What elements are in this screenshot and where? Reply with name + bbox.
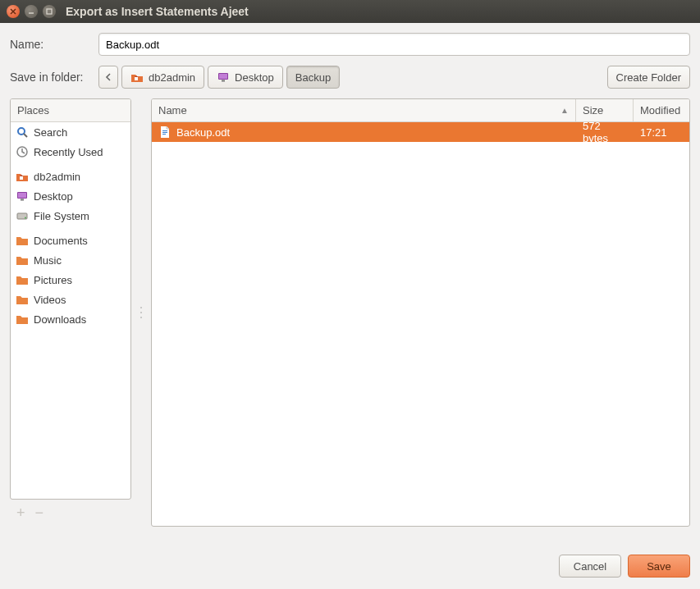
- sidebar-item-documents[interactable]: Documents: [11, 231, 130, 250]
- sidebar-item-recent[interactable]: Recently Used: [11, 142, 130, 162]
- folder-row: Save in folder: db2admin Desktop Backup: [10, 66, 690, 89]
- sidebar-item-label: Downloads: [34, 313, 86, 326]
- column-modified-label: Modified: [640, 104, 680, 116]
- svg-rect-16: [162, 130, 167, 131]
- crumb-label: Desktop: [235, 71, 274, 84]
- sidebar-item-label: Recently Used: [34, 146, 103, 158]
- folder-icon: [16, 234, 29, 247]
- sidebar-item-videos[interactable]: Videos: [11, 290, 130, 309]
- folder-label: Save in folder:: [10, 71, 98, 84]
- titlebar: Export as Insert Statements Ajeet: [0, 0, 700, 23]
- breadcrumb: db2admin Desktop Backup: [121, 66, 340, 89]
- svg-rect-3: [219, 74, 227, 79]
- sidebar-item-label: Music: [34, 254, 62, 267]
- sidebar-item-music[interactable]: Music: [11, 250, 130, 270]
- crumb-backup[interactable]: Backup: [286, 66, 340, 89]
- sort-asc-icon: ▲: [560, 106, 569, 115]
- column-size[interactable]: Size: [576, 99, 634, 121]
- file-list-header: Name ▲ Size Modified: [152, 99, 689, 122]
- desktop-icon: [16, 189, 29, 203]
- crumb-db2admin[interactable]: db2admin: [121, 66, 204, 89]
- cancel-button[interactable]: Cancel: [559, 555, 621, 578]
- window-title: Export as Insert Statements Ajeet: [66, 5, 249, 18]
- pane-resize-handle[interactable]: [138, 98, 144, 527]
- sidebar-item-db2admin[interactable]: db2admin: [11, 167, 130, 186]
- file-list-panel: Name ▲ Size Modified Backup.odt: [151, 98, 690, 527]
- column-name-label: Name: [158, 104, 187, 116]
- svg-rect-18: [162, 134, 166, 135]
- svg-rect-1: [135, 77, 138, 80]
- sidebar-item-label: Desktop: [34, 190, 73, 203]
- dialog-footer: Cancel Save: [0, 546, 700, 589]
- file-size: 572 bytes: [583, 122, 627, 144]
- save-button[interactable]: Save: [628, 555, 690, 578]
- chevron-left-icon: [102, 71, 115, 84]
- drive-icon: [16, 209, 29, 222]
- document-icon: [158, 126, 172, 139]
- path-back-button[interactable]: [98, 66, 118, 89]
- svg-rect-9: [18, 193, 26, 198]
- sidebar-item-label: File System: [34, 210, 89, 222]
- maximize-icon[interactable]: [43, 5, 56, 18]
- file-name: Backup.odt: [176, 126, 230, 139]
- home-folder-icon: [130, 71, 144, 84]
- desktop-icon: [217, 71, 230, 84]
- name-label: Name:: [10, 38, 98, 51]
- sidebar-item-downloads[interactable]: Downloads: [11, 309, 130, 329]
- sidebar-item-label: db2admin: [34, 171, 80, 183]
- column-size-label: Size: [583, 104, 603, 116]
- add-bookmark-button[interactable]: +: [16, 505, 25, 522]
- folder-icon: [16, 293, 29, 306]
- folder-icon: [16, 273, 29, 286]
- sidebar-item-pictures[interactable]: Pictures: [11, 270, 130, 290]
- crumb-label: Backup: [295, 71, 331, 84]
- places-panel: Places Search Recently Used: [10, 98, 131, 500]
- sidebar-item-desktop[interactable]: Desktop: [11, 186, 130, 206]
- svg-point-15: [140, 317, 142, 318]
- bookmark-add-remove: + −: [10, 500, 131, 527]
- svg-point-5: [18, 128, 25, 135]
- file-list-body: Backup.odt 572 bytes 17:21: [152, 122, 689, 526]
- svg-rect-4: [222, 80, 225, 82]
- create-folder-label: Create Folder: [616, 71, 681, 84]
- sidebar-item-label: Search: [34, 126, 67, 139]
- places-header: Places: [11, 99, 130, 122]
- svg-point-12: [25, 217, 26, 219]
- svg-rect-7: [20, 176, 23, 180]
- cancel-label: Cancel: [574, 560, 606, 573]
- svg-rect-0: [47, 9, 52, 14]
- save-label: Save: [647, 560, 671, 573]
- sidebar-item-filesystem[interactable]: File System: [11, 206, 130, 226]
- minimize-icon[interactable]: [25, 5, 38, 18]
- svg-rect-10: [21, 199, 24, 201]
- column-modified[interactable]: Modified: [634, 99, 689, 121]
- svg-rect-17: [162, 132, 167, 133]
- name-input[interactable]: [98, 33, 690, 56]
- crumb-label: db2admin: [149, 71, 195, 84]
- search-icon: [16, 126, 29, 139]
- svg-point-13: [140, 307, 142, 308]
- crumb-desktop[interactable]: Desktop: [208, 66, 283, 89]
- file-modified: 17:21: [640, 126, 667, 139]
- sidebar-item-label: Videos: [34, 294, 66, 306]
- sidebar-item-label: Pictures: [34, 274, 72, 286]
- close-icon[interactable]: [7, 5, 20, 18]
- create-folder-button[interactable]: Create Folder: [607, 66, 690, 89]
- svg-point-14: [140, 312, 142, 313]
- home-folder-icon: [16, 170, 29, 183]
- name-row: Name:: [10, 33, 690, 56]
- folder-icon: [16, 253, 29, 267]
- recent-icon: [16, 145, 29, 158]
- file-row[interactable]: Backup.odt 572 bytes 17:21: [152, 122, 689, 142]
- folder-icon: [16, 313, 29, 326]
- column-name[interactable]: Name ▲: [152, 99, 576, 121]
- sidebar-item-label: Documents: [34, 235, 88, 247]
- sidebar-item-search[interactable]: Search: [11, 122, 130, 142]
- remove-bookmark-button[interactable]: −: [35, 505, 44, 522]
